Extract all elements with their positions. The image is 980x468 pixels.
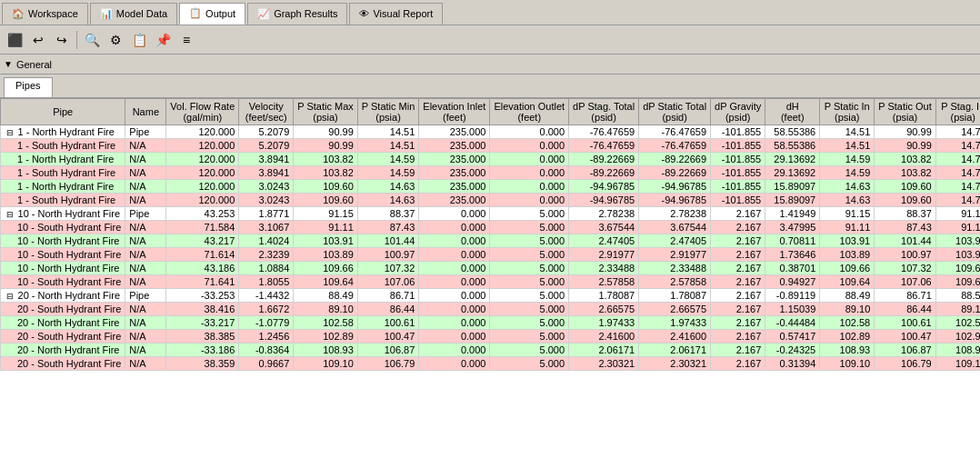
table-cell-p_stag_in: 14.70 (935, 153, 980, 166)
table-cell-dh: 15.89097 (765, 194, 820, 207)
table-cell-dp_static_total: -76.47659 (639, 125, 711, 139)
table-cell-p_static_max: 103.82 (294, 166, 358, 180)
table-cell-pipe: 1 - North Hydrant Fire (1, 180, 125, 194)
table-cell-p_static_min: 100.97 (357, 248, 419, 262)
table-cell-p_stag_in: 109.10 (935, 357, 980, 371)
tab-visual-report[interactable]: 👁 Visual Report (349, 3, 443, 25)
tab-graph-results[interactable]: 📈 Graph Results (247, 3, 347, 25)
table-cell-dp_static_total: 2.78238 (639, 207, 711, 221)
table-cell-p_stag_in: 91.17 (935, 221, 980, 234)
toolbar-btn-4[interactable]: 🔍 (81, 29, 103, 51)
table-cell-p_stag_in: 88.50 (935, 289, 980, 303)
toolbar-btn-6[interactable]: 📋 (128, 29, 150, 51)
toolbar-btn-5[interactable]: ⚙ (105, 29, 126, 51)
table-cell-p_static_max: 103.82 (294, 153, 358, 166)
table-cell-dp_static_total: 2.91977 (639, 248, 711, 262)
table-cell-name: N/A (125, 234, 166, 248)
table-cell-dh: 0.38701 (765, 262, 820, 275)
table-cell-pipe: 10 - North Hydrant Fire (1, 234, 125, 248)
table-cell-dp_gravity: 2.167 (711, 303, 765, 316)
section-collapse-btn[interactable]: ▼ (4, 59, 13, 69)
toolbar-btn-1[interactable]: ⬛ (4, 29, 25, 51)
table-cell-dp_stag_total: -94.96785 (569, 180, 639, 194)
table-cell-p_static_min: 107.32 (357, 262, 419, 275)
table-cell-elev_inlet: 0.000 (419, 330, 490, 344)
table-cell-p_static_out: 103.82 (875, 153, 936, 166)
table-cell-p_static_out: 106.87 (875, 344, 936, 357)
table-cell-p_static_out: 90.99 (875, 125, 936, 139)
table-cell-dh: 1.73646 (765, 248, 820, 262)
table-cell-dh: -0.24325 (765, 344, 820, 357)
toolbar-btn-3[interactable]: ↪ (51, 29, 73, 51)
table-cell-dp_static_total: 2.06171 (639, 344, 711, 357)
table-cell-elev_inlet: 235.000 (419, 125, 490, 139)
table-cell-velocity: 0.9667 (239, 357, 294, 371)
sub-tab-pipes[interactable]: Pipes (4, 77, 53, 97)
table-cell-velocity: -1.4432 (239, 289, 294, 303)
table-cell-vol_flow: 120.000 (166, 166, 239, 180)
output-icon: 📋 (189, 7, 202, 19)
table-cell-elev_inlet: 0.000 (419, 303, 490, 316)
table-cell-p_static_max: 103.91 (294, 234, 358, 248)
table-cell-p_stag_in: 103.92 (935, 248, 980, 262)
table-cell-name: Pipe (125, 125, 166, 139)
table-cell-p_stag_in: 102.90 (935, 330, 980, 344)
table-cell-dh: 15.89097 (765, 180, 820, 194)
table-cell-dp_stag_total: 2.06171 (569, 344, 639, 357)
table-cell-vol_flow: -33.186 (166, 344, 239, 357)
table-cell-elev_inlet: 235.000 (419, 153, 490, 166)
table-cell-velocity: 3.8941 (239, 166, 294, 180)
table-cell-elev_inlet: 0.000 (419, 207, 490, 221)
table-cell-p_stag_in: 102.59 (935, 316, 980, 330)
table-cell-name: N/A (125, 357, 166, 371)
table-cell-p_static_in: 14.51 (820, 125, 875, 139)
workspace-icon: 🏠 (12, 8, 25, 20)
tab-model-data[interactable]: 📊 Model Data (90, 3, 177, 25)
tab-workspace[interactable]: 🏠 Workspace (2, 3, 88, 25)
table-cell-velocity: 1.2456 (239, 330, 294, 344)
table-cell-velocity: 5.2079 (239, 125, 294, 139)
table-cell-name: N/A (125, 303, 166, 316)
table-cell-velocity: 3.0243 (239, 194, 294, 207)
toolbar-btn-8[interactable]: ≡ (175, 29, 197, 51)
table-cell-name: N/A (125, 344, 166, 357)
table-cell-dh: 58.55386 (765, 139, 820, 153)
table-cell-pipe: ⊟ 20 - North Hydrant Fire (1, 289, 125, 303)
table-cell-p_static_min: 14.51 (357, 125, 419, 139)
table-cell-pipe: 20 - South Hydrant Fire (1, 330, 125, 344)
table-cell-velocity: 1.8771 (239, 207, 294, 221)
expand-icon[interactable]: ⊟ (6, 210, 16, 219)
table-cell-dp_stag_total: 1.97433 (569, 316, 639, 330)
table-container[interactable]: Pipe Name Vol. Flow Rate(gal/min) Veloci… (0, 98, 980, 468)
table-cell-elev_outlet: 5.000 (490, 303, 569, 316)
expand-icon[interactable]: ⊟ (6, 292, 16, 301)
table-cell-dp_stag_total: -89.22669 (569, 166, 639, 180)
table-cell-elev_outlet: 5.000 (490, 275, 569, 289)
col-name: Name (125, 99, 166, 125)
table-cell-dp_static_total: 3.67544 (639, 221, 711, 234)
tab-output[interactable]: 📋 Output (179, 3, 245, 25)
table-cell-p_static_out: 106.79 (875, 357, 936, 371)
table-cell-dp_stag_total: 2.78238 (569, 207, 639, 221)
table-cell-elev_inlet: 235.000 (419, 166, 490, 180)
col-p-static-out: P Static Out(psia) (875, 99, 936, 125)
toolbar-btn-7[interactable]: 📌 (152, 29, 174, 51)
table-cell-pipe: 20 - South Hydrant Fire (1, 357, 125, 371)
col-dp-static-total: dP Static Total(psid) (639, 99, 711, 125)
table-cell-p_static_in: 14.51 (820, 139, 875, 153)
table-cell-dp_gravity: 2.167 (711, 357, 765, 371)
table-cell-pipe: 10 - North Hydrant Fire (1, 262, 125, 275)
table-cell-vol_flow: 120.000 (166, 194, 239, 207)
table-cell-elev_inlet: 0.000 (419, 221, 490, 234)
table-cell-velocity: 2.3239 (239, 248, 294, 262)
table-cell-dh: 29.13692 (765, 166, 820, 180)
table-cell-dp_static_total: 1.97433 (639, 316, 711, 330)
table-cell-p_stag_in: 89.12 (935, 303, 980, 316)
table-cell-p_static_out: 86.44 (875, 303, 936, 316)
table-cell-dp_stag_total: 2.30321 (569, 357, 639, 371)
table-cell-vol_flow: 38.416 (166, 303, 239, 316)
toolbar-btn-2[interactable]: ↩ (27, 29, 49, 51)
table-cell-p_static_min: 14.51 (357, 139, 419, 153)
expand-icon[interactable]: ⊟ (6, 128, 16, 137)
table-cell-dp_gravity: -101.855 (711, 153, 765, 166)
